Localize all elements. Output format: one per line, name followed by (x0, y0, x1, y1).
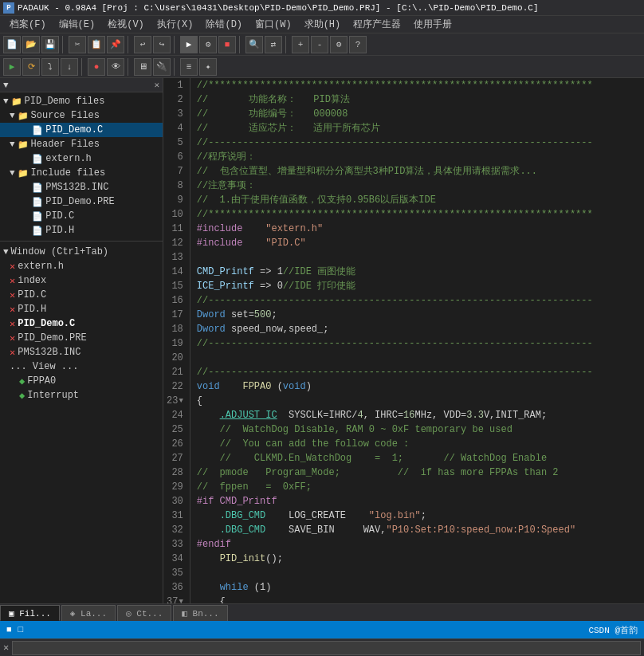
x-icon-1: ✕ (10, 261, 15, 273)
line-15: ICE_Printf => 0//IDE 打印使能 (197, 279, 638, 293)
tb-extra2[interactable]: ✦ (199, 58, 217, 76)
ln-9: 9 (167, 193, 183, 207)
tb-cut[interactable]: ✂ (69, 36, 86, 53)
tree-pid-c[interactable]: 📄 PID.C (0, 209, 163, 223)
menu-help[interactable]: 求助(H) (298, 16, 348, 33)
win-pid-demo-c[interactable]: ✕ PID_Demo.C (0, 316, 163, 331)
tree-root[interactable]: ▼ 📁 PID_Demo files (0, 94, 163, 108)
tb-new[interactable]: 📄 (3, 36, 21, 53)
bottom-input-bar: ✕ (0, 638, 644, 656)
line-1: //**************************************… (197, 78, 638, 92)
tb-save[interactable]: 💾 (41, 36, 59, 53)
tree-source-files[interactable]: ▼ 📁 Source Files (0, 108, 163, 123)
line-9: // 1.由于使用传值函数，仅支持0.95B6以后版本IDE (197, 193, 638, 207)
win-extern-h[interactable]: ✕ extern.h (0, 259, 163, 273)
win-fppa0[interactable]: ◆ FPPA0 (0, 374, 163, 388)
win-pid-demo-pre[interactable]: ✕ PID_Demo.PRE (0, 331, 163, 345)
status-icon2: □ (18, 625, 24, 634)
ln-35: 35 (167, 566, 183, 580)
tb-debug2[interactable]: ⟳ (22, 58, 40, 76)
tb-undo[interactable]: ↩ (134, 36, 151, 53)
win-pid-h-label: PID.H (18, 304, 46, 315)
toolbar-main: 📄 📂 💾 ✂ 📋 📌 ↩ ↪ ▶ ⚙ ■ 🔍 ⇄ + - ⚙ ? (0, 33, 644, 56)
win-pms132b-inc[interactable]: ✕ PMS132B.INC (0, 345, 163, 359)
ln-23: 23 ▼ (167, 394, 183, 408)
ln-29: 29 (167, 480, 183, 494)
tb-sep6 (81, 58, 84, 76)
tb-debug4[interactable]: ↓ (61, 58, 78, 76)
win-pms132b-inc-label: PMS132B.INC (18, 347, 80, 358)
tb-debug3[interactable]: ⤵ (41, 58, 59, 76)
close-icon-bottom[interactable]: ✕ (3, 642, 9, 654)
tb-paste[interactable]: 📌 (107, 36, 124, 53)
tb-replace[interactable]: ⇄ (265, 36, 282, 53)
menu-run[interactable]: 执行(X) (151, 16, 200, 33)
tb-bp[interactable]: ● (88, 58, 105, 76)
tree-include-files[interactable]: ▼ 📁 Include files (0, 166, 163, 180)
ln-15: 15 (167, 279, 183, 293)
win-interrupt[interactable]: ◆ Interrupt (0, 388, 163, 403)
line-17: Dword set=500; (197, 308, 638, 322)
tab-labels[interactable]: ◈ La... (61, 605, 116, 621)
tb-sep7 (128, 58, 131, 76)
tree-window-section[interactable]: ▼ Window (Ctrl+Tab) (0, 245, 163, 259)
menu-manual[interactable]: 使用手册 (407, 16, 458, 33)
tree-header-files[interactable]: ▼ 📁 Header Files (0, 137, 163, 151)
tab-files[interactable]: ▣ Fil... (0, 605, 60, 621)
tab-control[interactable]: ◎ Ct... (117, 605, 171, 621)
menu-bar: 档案(F) 编辑(E) 检视(V) 执行(X) 除错(D) 窗口(W) 求助(H… (0, 16, 644, 33)
tree-pid-demo-pre[interactable]: 📄 PID_Demo.PRE (0, 194, 163, 209)
tb-zoom-in[interactable]: + (292, 36, 309, 53)
win-pid-c[interactable]: ✕ PID.C (0, 288, 163, 302)
status-icon1: ■ (6, 625, 12, 634)
expand-icon2: ▼ (10, 139, 15, 149)
tree-extern-h[interactable]: 📄 extern.h (0, 151, 163, 166)
tb-stop[interactable]: ■ (218, 36, 236, 53)
win-pid-h[interactable]: ✕ PID.H (0, 302, 163, 316)
x-icon-2: ✕ (10, 275, 15, 287)
tab-breakpoints[interactable]: ◧ Bn... (173, 605, 227, 621)
include-files-label: Include files (31, 167, 106, 179)
tb-help[interactable]: ? (349, 36, 367, 53)
menu-debug[interactable]: 除错(D) (199, 16, 249, 33)
tb-copy[interactable]: 📋 (88, 36, 105, 53)
tree-pms132b-inc[interactable]: 📄 PMS132B.INC (0, 180, 163, 194)
menu-edit[interactable]: 编辑(E) (53, 16, 102, 33)
left-panel-title: ▼ (3, 81, 9, 90)
line-4: // 适应芯片： 适用于所有芯片 (197, 121, 638, 136)
menu-view[interactable]: 检视(V) (101, 16, 151, 33)
tb-debug1[interactable]: ▶ (3, 58, 21, 76)
tree-divider (0, 241, 163, 242)
menu-window[interactable]: 窗口(W) (249, 16, 298, 33)
tb-search[interactable]: 🔍 (245, 36, 263, 53)
status-right: CSDN @首韵 (588, 624, 638, 636)
x-icon-7: ✕ (10, 347, 15, 359)
tb-redo[interactable]: ↪ (153, 36, 171, 53)
menu-codegen[interactable]: 程序产生器 (347, 16, 407, 33)
tb-watch[interactable]: 👁 (107, 58, 124, 76)
ln-33: 33 (167, 537, 183, 552)
tb-build[interactable]: ▶ (180, 36, 198, 53)
tree-pid-demo-c[interactable]: 📄 PID_Demo.C (0, 123, 163, 137)
menu-file[interactable]: 档案(F) (3, 16, 53, 33)
line-26: // You can add the follow code : (197, 437, 638, 451)
tb-settings[interactable]: ⚙ (330, 36, 348, 53)
ln-16: 16 (167, 293, 183, 308)
ln-22: 22 (167, 379, 183, 394)
line-11: #include "extern.h" (197, 222, 638, 236)
tb-extra1[interactable]: ≡ (180, 58, 198, 76)
win-view-more[interactable]: ... View ... (0, 359, 163, 374)
tree-pid-h[interactable]: 📄 PID.H (0, 223, 163, 238)
close-panel-btn[interactable]: ✕ (154, 80, 159, 90)
tb-zoom-out[interactable]: - (311, 36, 328, 53)
tb-open[interactable]: 📂 (22, 36, 40, 53)
tb-build2[interactable]: ⚙ (199, 36, 217, 53)
code-area[interactable]: //**************************************… (190, 78, 644, 603)
win-index[interactable]: ✕ index (0, 273, 163, 288)
tb-con[interactable]: 🔌 (153, 58, 171, 76)
tb-sim[interactable]: 🖥 (134, 58, 151, 76)
expand-icon3: ▼ (10, 168, 15, 178)
main-area: ▼ ✕ ▼ 📁 PID_Demo files ▼ 📁 Source Files … (0, 78, 644, 603)
bottom-input-field[interactable] (12, 641, 641, 655)
file-spacer5 (19, 211, 29, 221)
